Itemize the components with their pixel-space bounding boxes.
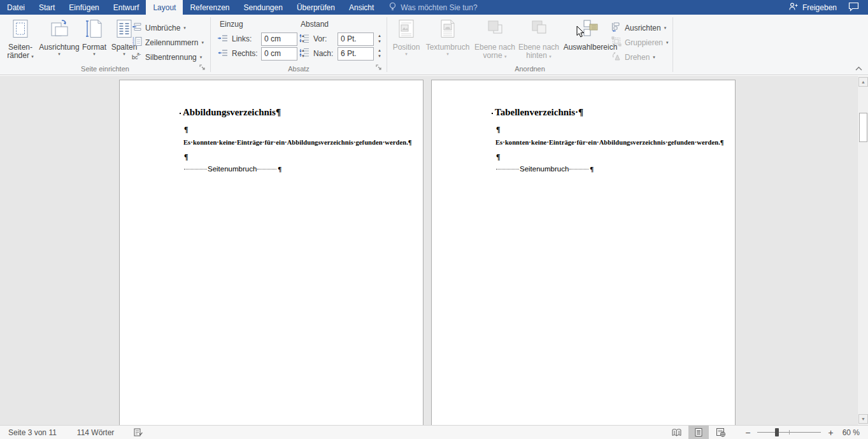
spacing-after-label: Nach: xyxy=(313,49,333,58)
tabbar-right-cluster: Freigeben xyxy=(788,0,868,15)
zoom-level[interactable]: 60 % xyxy=(843,428,860,437)
spin-down-icon[interactable]: ▼ xyxy=(376,54,383,59)
breaks-button[interactable]: Umbrüche ▾ xyxy=(132,20,204,35)
send-backward-button[interactable]: Ebene nach hinten ▾ xyxy=(518,16,560,66)
tell-me-box[interactable]: Was möchten Sie tun? xyxy=(381,0,485,15)
position-button[interactable]: Position ▾ xyxy=(389,16,423,66)
size-label: Format xyxy=(82,43,106,52)
wrap-text-button[interactable]: Textumbruch ▾ xyxy=(423,16,472,66)
size-button[interactable]: Format ▾ xyxy=(80,16,109,66)
hyphenation-label: Silbentrennung xyxy=(145,53,197,62)
toc-placeholder-text: Es·konnten·keine·Einträge·für·ein·Abbild… xyxy=(495,139,724,146)
hyphenation-button[interactable]: bca- Silbentrennung ▾ xyxy=(132,50,204,64)
scroll-up-button[interactable]: ▲ xyxy=(858,77,868,87)
indent-left-input[interactable] xyxy=(261,32,297,46)
read-mode-icon xyxy=(671,428,682,437)
web-layout-button[interactable] xyxy=(711,426,731,439)
paragraph-dialog-launcher-icon[interactable] xyxy=(376,64,383,72)
hyphenation-icon: bca- xyxy=(132,51,142,63)
page-break-label: Seitenumbruch xyxy=(520,165,569,173)
zoom-slider-thumb[interactable] xyxy=(775,428,779,436)
share-person-icon xyxy=(788,2,799,13)
dropdown-caret-icon: ▾ xyxy=(653,55,655,60)
spacing-after-input[interactable] xyxy=(338,47,374,61)
empty-paragraph-mark: ¶ xyxy=(184,125,188,134)
share-button[interactable]: Freigeben xyxy=(788,2,837,13)
tab-einfuegen[interactable]: Einfügen xyxy=(62,0,106,15)
print-layout-button[interactable] xyxy=(688,426,709,439)
scrollbar-thumb[interactable] xyxy=(859,113,867,142)
spacing-after-spinner[interactable]: ▲ ▼ xyxy=(376,48,383,59)
scroll-down-button[interactable]: ▼ xyxy=(858,414,868,424)
group-objects-icon xyxy=(611,36,622,48)
comment-icon[interactable] xyxy=(848,2,859,13)
word-count[interactable]: 114 Wörter xyxy=(77,428,114,437)
dropdown-caret-icon: ▾ xyxy=(58,52,60,57)
proofing-status-icon[interactable] xyxy=(133,428,143,437)
page-indicator[interactable]: Seite 3 von 11 xyxy=(8,428,57,437)
document-page-2[interactable]: Tabellenverzeichnis·¶ ¶ Es·konnten·keine… xyxy=(431,80,736,425)
tab-start[interactable]: Start xyxy=(32,0,62,15)
spin-up-icon[interactable]: ▲ xyxy=(376,48,383,54)
svg-text:3: 3 xyxy=(132,43,134,47)
paragraph-mark: ¶ xyxy=(590,165,594,173)
orientation-label: Ausrichtung xyxy=(39,43,79,52)
spin-down-icon[interactable]: ▼ xyxy=(376,39,383,45)
indent-right-icon xyxy=(217,48,228,59)
group-objects-button[interactable]: Gruppieren ▾ xyxy=(611,35,669,50)
zoom-slider[interactable] xyxy=(757,432,821,433)
tab-datei[interactable]: Datei xyxy=(0,0,32,15)
collapse-ribbon-button[interactable] xyxy=(853,64,864,73)
position-icon xyxy=(396,18,416,41)
dropdown-caret-icon: ▾ xyxy=(123,52,125,57)
tab-sendungen[interactable]: Sendungen xyxy=(237,0,290,15)
tell-me-label: Was möchten Sie tun? xyxy=(401,3,477,12)
tab-entwurf[interactable]: Entwurf xyxy=(106,0,146,15)
indent-header: Einzug xyxy=(220,20,243,29)
line-numbers-button[interactable]: 123 Zeilennummern ▾ xyxy=(132,35,204,50)
rotate-icon xyxy=(611,51,622,63)
orientation-icon xyxy=(49,18,69,41)
dropdown-caret-icon: ▾ xyxy=(504,54,507,59)
dropdown-caret-icon: ▾ xyxy=(93,52,96,57)
zoom-in-button[interactable]: + xyxy=(827,426,834,439)
tab-referenzen[interactable]: Referenzen xyxy=(183,0,236,15)
mouse-cursor xyxy=(576,25,585,41)
bring-forward-button[interactable]: Ebene nach vorne ▾ xyxy=(472,16,518,66)
spacing-before-label: Vor: xyxy=(313,34,327,43)
selection-pane-label: Auswahlbereich xyxy=(564,43,618,52)
read-mode-button[interactable] xyxy=(666,426,687,439)
margins-button[interactable]: Seiten- ränder ▾ xyxy=(2,16,39,66)
rotate-button[interactable]: Drehen ▾ xyxy=(611,50,669,64)
vertical-scrollbar[interactable]: ▲ ▼ xyxy=(857,76,868,425)
document-canvas[interactable]: Abbildungsverzeichnis¶ ¶ Es·konnten·kein… xyxy=(0,76,857,425)
group-absatz: Einzug Abstand Links: ▲ ▼ Rechts: xyxy=(211,15,387,75)
indent-right-label: Rechts: xyxy=(232,49,258,58)
zoom-out-button[interactable]: − xyxy=(744,426,751,439)
wrap-text-icon xyxy=(438,18,458,41)
spacing-before-spinner[interactable]: ▲ ▼ xyxy=(376,33,383,45)
send-backward-label-line2: hinten ▾ xyxy=(526,52,551,60)
document-page-1[interactable]: Abbildungsverzeichnis¶ ¶ Es·konnten·kein… xyxy=(119,80,423,425)
tab-ueberpruefen[interactable]: Überprüfen xyxy=(290,0,342,15)
page-setup-dialog-launcher-icon[interactable] xyxy=(199,64,207,72)
view-switcher xyxy=(666,426,731,439)
print-layout-icon xyxy=(694,428,703,437)
spacing-header: Abstand xyxy=(301,20,329,29)
spacing-before-input[interactable] xyxy=(338,32,374,46)
dropdown-caret-icon: ▾ xyxy=(31,54,34,59)
breaks-label: Umbrüche xyxy=(145,24,180,32)
margins-label-line2: ränder ▾ xyxy=(7,52,34,60)
send-backward-icon xyxy=(529,18,549,41)
spin-up-icon[interactable]: ▲ xyxy=(376,33,383,39)
size-icon xyxy=(84,18,104,41)
breaks-icon xyxy=(132,22,142,34)
wrap-text-label: Textumbruch xyxy=(426,43,470,52)
tab-layout[interactable]: Layout xyxy=(146,0,183,15)
bring-forward-label-line2: vorne ▾ xyxy=(483,52,507,60)
tab-ansicht[interactable]: Ansicht xyxy=(342,0,381,15)
orientation-button[interactable]: Ausrichtung ▾ xyxy=(39,16,80,66)
indent-right-input[interactable] xyxy=(261,47,297,61)
align-icon xyxy=(611,22,622,34)
align-button[interactable]: Ausrichten ▾ xyxy=(611,20,669,35)
